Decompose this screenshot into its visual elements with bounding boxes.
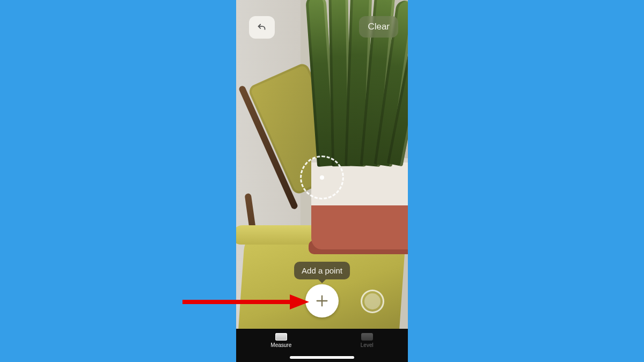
clear-button[interactable]: Clear [359, 16, 398, 38]
tab-bar: Measure Level [236, 329, 408, 362]
stage: Clear Add a point Measure Level [0, 0, 644, 362]
tooltip-text: Add a point [302, 266, 342, 275]
capture-button[interactable] [361, 290, 384, 313]
tab-measure-label: Measure [270, 342, 291, 348]
reticle-dot [320, 175, 324, 180]
phone-screenshot: Clear Add a point Measure Level [236, 0, 408, 362]
level-icon [361, 333, 373, 341]
tab-measure[interactable]: Measure [270, 333, 291, 348]
home-indicator [290, 356, 354, 359]
undo-icon [256, 21, 268, 33]
tab-level-label: Level [361, 342, 374, 348]
measure-icon [275, 333, 287, 341]
plus-icon [314, 293, 330, 308]
measure-reticle [300, 156, 344, 200]
add-point-button[interactable] [305, 284, 339, 317]
tab-level[interactable]: Level [361, 333, 374, 348]
add-point-tooltip: Add a point [294, 262, 350, 279]
undo-button[interactable] [249, 16, 275, 39]
clear-label: Clear [368, 21, 390, 32]
